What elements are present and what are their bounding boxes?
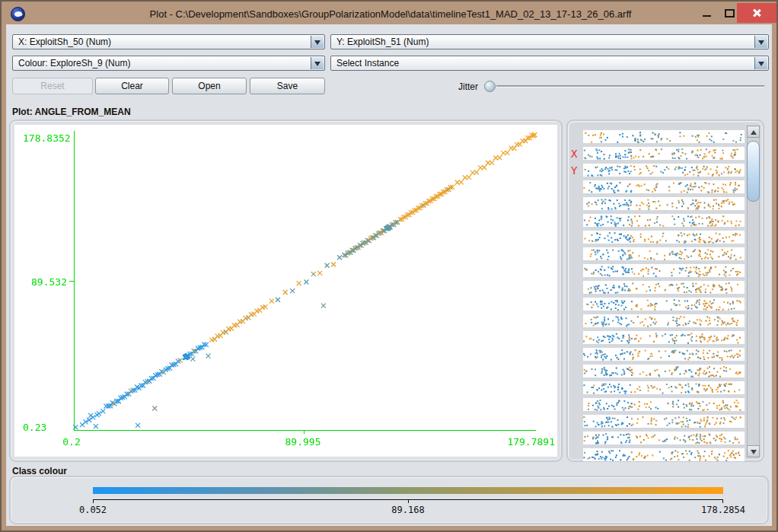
chevron-down-icon — [758, 40, 764, 45]
save-button[interactable]: Save — [250, 78, 325, 94]
y-axis-mid-label: 89.532 — [23, 276, 67, 288]
jitter-slider-knob[interactable] — [484, 81, 496, 92]
scroll-up-button[interactable] — [747, 126, 760, 138]
jitter-label: Jitter — [448, 81, 478, 92]
scatter-plot-canvas[interactable] — [14, 125, 557, 457]
chevron-down-icon — [314, 62, 320, 66]
close-icon — [752, 8, 761, 18]
chevron-down-icon — [758, 62, 764, 66]
chevron-down-icon — [314, 40, 320, 45]
window-title: Plot - C:\Development\Sandboxes\GroupPol… — [3, 3, 778, 24]
class-scale-max-label: 178.2854 — [699, 505, 748, 515]
y-attribute-value: Y: ExploitSh_51 (Num) — [336, 35, 753, 49]
x-attribute-marker: X — [571, 148, 577, 160]
jitter-slider-track[interactable] — [496, 85, 764, 88]
class-scale-tick-min — [93, 500, 94, 503]
x-axis-mid-label: 89.995 — [273, 436, 333, 448]
scrollbar-thumb[interactable] — [747, 141, 760, 202]
class-scale-mid-label: 89.168 — [385, 505, 431, 515]
colour-attribute-dropdown[interactable]: Colour: ExploreSh_9 (Num) — [12, 56, 325, 71]
x-attribute-dropdown[interactable]: X: ExploitSh_50 (Num) — [12, 34, 325, 49]
x-axis-line — [74, 430, 536, 431]
instance-dropdown-button[interactable] — [754, 57, 767, 69]
instance-dropdown[interactable]: Select Instance — [330, 56, 769, 71]
y-mid-tick — [69, 281, 74, 282]
window: Plot - C:\Development\Sandboxes\GroupPol… — [0, 0, 778, 532]
close-button[interactable] — [737, 3, 776, 23]
attribute-strips-canvas[interactable] — [583, 125, 745, 461]
y-attribute-dropdown[interactable]: Y: ExploitSh_51 (Num) — [330, 34, 769, 49]
class-scale-tick-mid — [408, 500, 409, 503]
open-button[interactable]: Open — [172, 78, 247, 94]
minimize-button[interactable] — [699, 6, 716, 21]
instance-dropdown-value: Select Instance — [336, 56, 753, 70]
maximize-icon — [725, 9, 735, 18]
reset-button[interactable]: Reset — [12, 78, 93, 94]
y-axis-min-label: 0.23 — [23, 422, 46, 433]
class-scale-min-label: 0.052 — [70, 505, 116, 515]
chevron-up-icon — [751, 130, 757, 135]
class-colour-gradient[interactable] — [93, 487, 723, 494]
class-colour-heading: Class colour — [12, 466, 67, 476]
x-axis-min-label: 0.2 — [56, 436, 87, 448]
x-dropdown-button[interactable] — [311, 36, 324, 48]
colour-dropdown-button[interactable] — [311, 57, 324, 69]
clear-button[interactable]: Clear — [95, 78, 169, 94]
y-axis-max-label: 178.8352 — [23, 132, 71, 144]
chevron-down-icon — [751, 450, 757, 454]
x-axis-max-label: 179.7891 — [479, 436, 555, 448]
y-axis-line — [74, 131, 75, 431]
y-dropdown-button[interactable] — [754, 36, 767, 48]
scroll-down-button[interactable] — [747, 445, 760, 457]
class-colour-panel — [9, 476, 769, 524]
y-attribute-marker: Y — [571, 164, 577, 177]
colour-attribute-value: Colour: ExploreSh_9 (Num) — [18, 56, 309, 70]
class-scale-tick-max — [722, 500, 723, 503]
maximize-button[interactable] — [722, 6, 738, 21]
title-bar[interactable]: Plot - C:\Development\Sandboxes\GroupPol… — [3, 3, 778, 24]
plot-heading: Plot: ANGLE_FROM_MEAN — [12, 107, 131, 117]
x-mid-tick — [304, 431, 305, 434]
x-attribute-value: X: ExploitSh_50 (Num) — [18, 35, 309, 49]
minimize-icon — [703, 15, 711, 17]
